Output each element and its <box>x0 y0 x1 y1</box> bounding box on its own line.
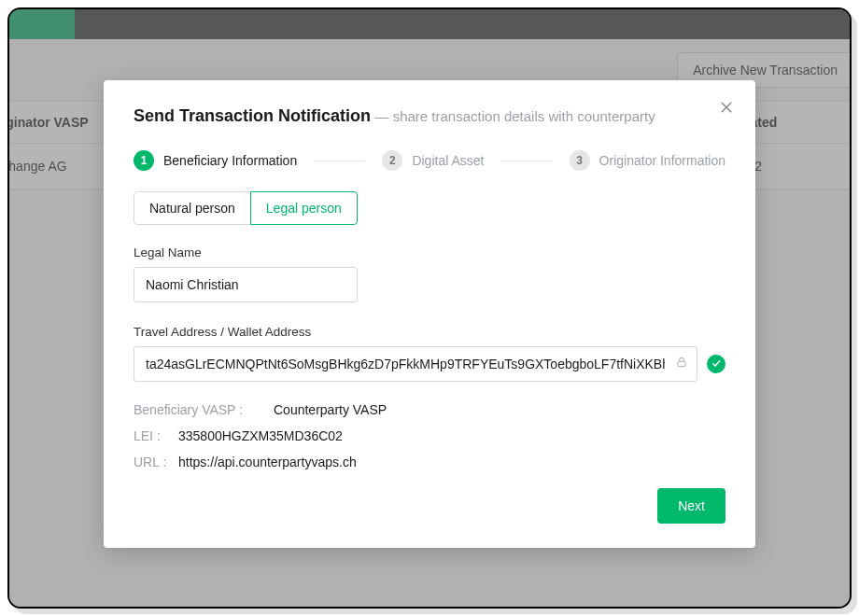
legal-name-input[interactable] <box>134 267 358 302</box>
step-1-label: Beneficiary Information <box>163 153 297 168</box>
beneficiary-vasp-value: Counterparty VASP <box>274 402 387 417</box>
legal-person-tab[interactable]: Legal person <box>250 191 358 225</box>
step-1-number: 1 <box>134 150 154 171</box>
close-icon <box>718 103 735 119</box>
natural-person-tab[interactable]: Natural person <box>134 191 251 225</box>
address-valid-badge <box>707 355 725 373</box>
modal-title: Send Transaction Notification <box>134 106 371 125</box>
wallet-address-input[interactable] <box>134 346 697 382</box>
modal-header: Send Transaction Notification — share tr… <box>134 106 725 126</box>
stepper: 1 Beneficiary Information 2 Digital Asse… <box>134 150 725 171</box>
lei-label: LEI : <box>134 428 178 443</box>
step-separator <box>500 161 552 161</box>
person-type-segment: Natural person Legal person <box>134 191 358 225</box>
step-3-number: 3 <box>570 150 590 171</box>
app-frame: Archive New Transaction Originator VASP … <box>7 7 852 609</box>
legal-name-label: Legal Name <box>134 245 725 259</box>
step-3[interactable]: 3 Originator Information <box>570 150 725 171</box>
step-1[interactable]: 1 Beneficiary Information <box>134 150 297 171</box>
svg-rect-2 <box>678 361 685 366</box>
url-value: https://api.counterpartyvaps.ch <box>178 455 357 469</box>
modal-subtitle-sep: — <box>374 108 392 124</box>
beneficiary-vasp-label: Beneficiary VASP : <box>134 402 274 417</box>
lock-icon <box>675 356 688 372</box>
modal-subtitle: share transaction details with counterpa… <box>393 108 655 124</box>
next-button[interactable]: Next <box>657 488 725 524</box>
step-3-label: Originator Information <box>599 153 725 168</box>
address-label: Travel Address / Wallet Address <box>134 325 725 339</box>
close-button[interactable] <box>718 99 735 119</box>
step-2-number: 2 <box>382 150 402 171</box>
check-icon <box>711 356 722 372</box>
url-label: URL : <box>134 455 178 469</box>
step-2[interactable]: 2 Digital Asset <box>382 150 484 171</box>
step-separator <box>314 161 365 161</box>
modal-overlay: Send Transaction Notification — share tr… <box>9 9 850 607</box>
send-transaction-modal: Send Transaction Notification — share tr… <box>104 80 755 548</box>
lei-value: 335800HGZXM35MD36C02 <box>178 428 343 443</box>
step-2-label: Digital Asset <box>412 153 484 168</box>
